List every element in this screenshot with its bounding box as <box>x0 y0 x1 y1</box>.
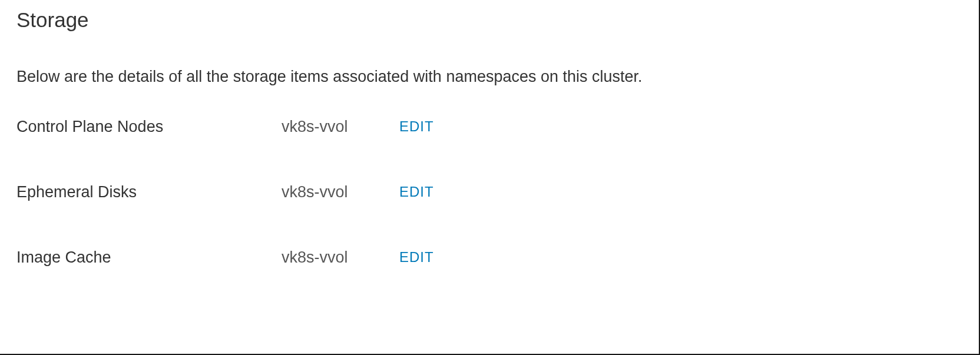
edit-button-ephemeral-disks[interactable]: EDIT <box>399 184 434 200</box>
storage-label: Ephemeral Disks <box>16 183 282 201</box>
storage-label: Image Cache <box>16 248 282 267</box>
section-description: Below are the details of all the storage… <box>16 66 962 88</box>
storage-row-image-cache: Image Cache vk8s-vvol EDIT <box>16 248 962 267</box>
section-title: Storage <box>16 8 962 32</box>
storage-row-ephemeral-disks: Ephemeral Disks vk8s-vvol EDIT <box>16 183 962 201</box>
storage-label: Control Plane Nodes <box>16 118 282 136</box>
storage-value: vk8s-vvol <box>282 183 399 201</box>
edit-button-image-cache[interactable]: EDIT <box>399 249 434 266</box>
storage-section: Storage Below are the details of all the… <box>0 0 979 275</box>
storage-value: vk8s-vvol <box>282 118 399 136</box>
storage-value: vk8s-vvol <box>282 248 399 267</box>
storage-row-control-plane: Control Plane Nodes vk8s-vvol EDIT <box>16 118 962 136</box>
edit-button-control-plane[interactable]: EDIT <box>399 118 434 135</box>
